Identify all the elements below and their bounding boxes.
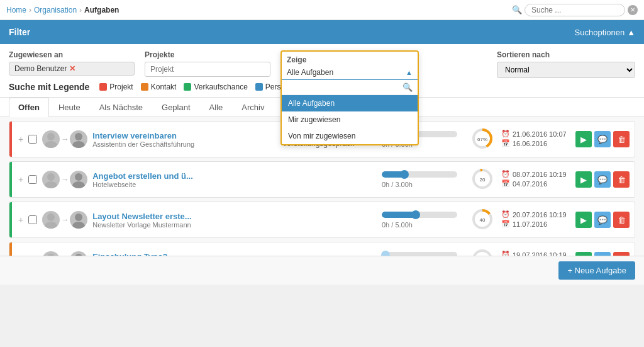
task-actions: ▶ 💬 🗑 — [575, 212, 630, 228]
progress-text: 0h / 5.00h — [382, 221, 413, 229]
chevron-up-icon: ▲ — [627, 28, 635, 37]
task-info: Einschulung Typo3 Webseite Elektro Muste… — [92, 252, 296, 256]
task-expand-button[interactable]: + — [18, 255, 23, 256]
avatar — [42, 211, 60, 229]
task-date1: 20.07.2016 10:19 — [513, 211, 567, 219]
task-pie: 40 — [472, 209, 492, 231]
progress-fill — [382, 212, 416, 218]
svg-point-17 — [72, 222, 85, 229]
sep2: › — [79, 6, 82, 14]
tab-archiv[interactable]: Archiv — [232, 98, 274, 117]
task-expand-button[interactable]: + — [18, 215, 23, 225]
table-row: + → Einschulung Typo3 Webseite Elektro M… — [9, 242, 635, 256]
progress-dot — [411, 210, 420, 219]
task-checkbox[interactable] — [28, 135, 37, 144]
zeige-search-input[interactable] — [287, 83, 402, 92]
task-title[interactable]: Einschulung Typo3 — [92, 252, 296, 256]
sortieren-select[interactable]: Normal — [497, 62, 635, 78]
task-checkbox[interactable] — [28, 215, 37, 224]
zeige-select-header[interactable]: Alle Aufgaben ▲ — [282, 65, 418, 80]
legend-dot-blue — [255, 83, 263, 91]
suchoptionen-label: Suchoptionen — [575, 28, 625, 37]
zugewiesen-value: Demo Benutzer — [14, 64, 67, 73]
svg-text:67%: 67% — [477, 137, 487, 142]
task-dates: ⏰19.07.2016 10:19 📅19.07.2016 — [501, 251, 570, 256]
zeige-chevron-icon: ▲ — [406, 69, 413, 76]
task-color-bar — [9, 242, 12, 256]
calendar-icon: 📅 — [501, 139, 510, 147]
search-clear-button[interactable]: ✕ — [628, 5, 638, 15]
task-delete-button[interactable]: 🗑 — [613, 131, 630, 147]
tab-heute[interactable]: Heute — [49, 98, 90, 117]
zeige-search-row: 🔍 — [282, 80, 418, 95]
task-expand-button[interactable]: + — [18, 174, 23, 185]
task-play-button[interactable]: ▶ — [575, 212, 592, 228]
task-dates: ⏰21.06.2016 10:07 📅16.06.2016 — [501, 130, 570, 149]
sep1: › — [29, 6, 31, 14]
task-comment-button[interactable]: 💬 — [594, 171, 611, 188]
breadcrumb-current: Aufgaben — [84, 6, 119, 14]
task-title[interactable]: Interview vereinbaren — [92, 131, 277, 140]
task-color-bar — [9, 122, 12, 157]
svg-point-0 — [47, 133, 55, 140]
task-checkbox[interactable] — [28, 175, 37, 184]
legend-label-projekt: Projekt — [109, 82, 133, 91]
task-date1: 21.06.2016 10:07 — [513, 130, 567, 138]
svg-point-16 — [75, 213, 82, 221]
svg-point-10 — [72, 181, 85, 188]
zeige-option-von-mir[interactable]: Von mir zugewiesen — [282, 128, 418, 144]
zeige-option-mir[interactable]: Mir zugewiesen — [282, 111, 418, 128]
pie-chart: 40 — [472, 209, 492, 229]
task-delete-button[interactable]: 🗑 — [613, 171, 630, 188]
tab-als-naechste[interactable]: Als Nächste — [90, 98, 152, 117]
tab-offen[interactable]: Offen — [9, 98, 49, 117]
task-delete-button[interactable]: 🗑 — [613, 212, 630, 228]
task-date2: 11.07.2016 — [513, 220, 547, 228]
arrow-right-icon: → — [61, 135, 69, 144]
projekte-label: Projekte — [145, 50, 270, 59]
breadcrumb: Home › Organisation › Aufgaben — [6, 6, 119, 14]
task-expand-button[interactable]: + — [18, 134, 23, 144]
task-play-button[interactable]: ▶ — [575, 131, 592, 147]
task-dates: ⏰20.07.2016 10:19 📅11.07.2016 — [501, 210, 570, 229]
task-play-button[interactable]: ▶ — [575, 171, 592, 188]
clock-icon: ⏰ — [501, 210, 510, 219]
tab-geplant[interactable]: Geplant — [152, 98, 200, 117]
calendar-icon: 📅 — [501, 220, 510, 228]
avatar — [42, 171, 60, 188]
breadcrumb-home[interactable]: Home — [6, 6, 26, 14]
zeige-search-icon: 🔍 — [402, 82, 413, 92]
svg-point-25 — [474, 251, 491, 256]
zugewiesen-tag: Demo Benutzer ✕ — [9, 62, 135, 76]
svg-point-9 — [75, 173, 82, 181]
svg-point-7 — [47, 173, 55, 181]
task-play-button[interactable]: ▶ — [575, 252, 592, 256]
suchoptionen-button[interactable]: Suchoptionen ▲ — [575, 28, 635, 37]
task-comment-button[interactable]: 💬 — [594, 252, 611, 256]
legend-item-verkaufschance: Verkaufschance — [184, 82, 247, 91]
legend-dot-green — [184, 83, 191, 91]
task-avatars: → — [42, 251, 87, 256]
task-subtitle: Newsletter Vorlage Mustermann — [92, 221, 296, 229]
task-actions: ▶ 💬 🗑 — [575, 252, 630, 256]
svg-point-21 — [47, 254, 55, 256]
task-title[interactable]: Layout Newsletter erste... — [92, 212, 296, 221]
search-input[interactable] — [525, 4, 625, 16]
task-comment-button[interactable]: 💬 — [594, 131, 611, 147]
breadcrumb-organisation[interactable]: Organisation — [34, 6, 77, 14]
projekte-input[interactable] — [145, 62, 270, 77]
zeige-group: Zeige Alle Aufgaben ▲ 🔍 Alle Aufgaben Mi… — [280, 50, 419, 78]
new-task-button[interactable]: + Neue Aufgabe — [558, 261, 635, 280]
progress-bar — [382, 252, 457, 256]
task-comment-button[interactable]: 💬 — [594, 212, 611, 228]
task-title[interactable]: Angebot erstellen und ü... — [92, 171, 296, 181]
task-delete-button[interactable]: 🗑 — [613, 252, 630, 256]
svg-point-8 — [45, 181, 57, 188]
sortieren-label: Sortieren nach — [497, 50, 635, 59]
zeige-option-all[interactable]: Alle Aufgaben — [282, 95, 418, 111]
pie-chart: 67% — [472, 128, 492, 149]
zugewiesen-remove-button[interactable]: ✕ — [69, 64, 75, 73]
task-progress: 0h / 2.00h — [382, 252, 464, 256]
tab-alle[interactable]: Alle — [200, 98, 233, 117]
progress-dot — [400, 170, 409, 179]
